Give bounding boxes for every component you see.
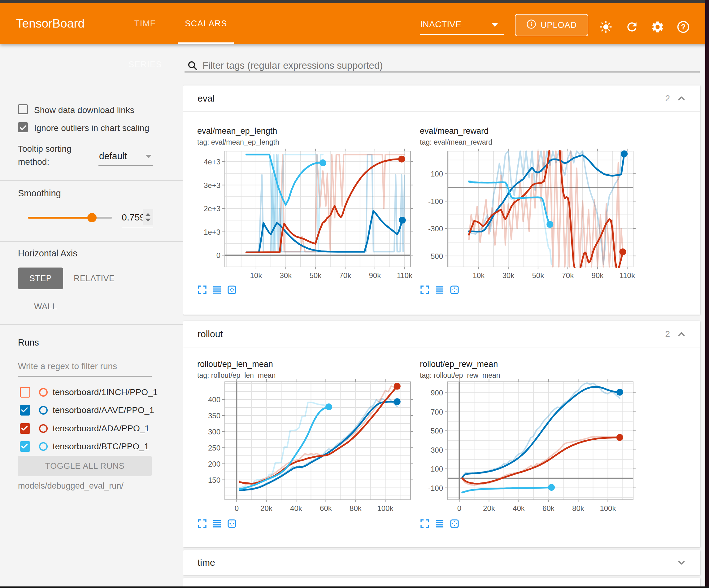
help-icon[interactable]: ? — [677, 20, 690, 34]
chart-plot[interactable]: 10k30k50k70k90k110k01e+32e+33e+34e+3 — [225, 151, 411, 267]
runs-menu-icon[interactable] — [212, 519, 222, 529]
svg-text:50k: 50k — [532, 271, 544, 280]
axis-relative-button[interactable]: RELATIVE — [74, 267, 115, 289]
run-row-1inch[interactable]: tensorboard/1INCH/PPO_1 — [0, 383, 183, 401]
tab-time-series[interactable]: TIME SERIES — [119, 3, 172, 44]
info-icon — [526, 19, 536, 31]
show-download-links-checkbox[interactable] — [18, 104, 28, 114]
chart-tag: tag: eval/mean_ep_length — [197, 138, 279, 147]
chart-plot[interactable]: 10k30k50k70k90k110k100-100-300-500 — [447, 151, 633, 267]
tab-scalars[interactable]: SCALARS — [182, 3, 230, 44]
svg-text:300: 300 — [208, 428, 220, 436]
section-chart-count: 2 — [665, 321, 670, 347]
run-checkbox[interactable] — [20, 405, 30, 415]
svg-text:10k: 10k — [250, 271, 262, 280]
brightness-icon[interactable] — [599, 20, 613, 34]
axis-wall-button[interactable]: WALL — [34, 297, 57, 316]
svg-text:40k: 40k — [513, 504, 525, 512]
status-underline — [420, 34, 504, 35]
section-header-eval[interactable]: eval 2 — [183, 85, 700, 111]
scalars-dashboard: Filter tags (regular expressions support… — [183, 44, 705, 587]
svg-text:40k: 40k — [290, 504, 303, 512]
section-title: eval — [198, 85, 215, 111]
svg-text:-300: -300 — [428, 225, 443, 233]
smoothing-value: 0.759 — [122, 212, 145, 222]
chart-plot[interactable]: 020k40k60k80k100k-100100300500700900 — [447, 382, 633, 500]
dropdown-underline — [99, 165, 153, 166]
svg-text:20k: 20k — [483, 504, 495, 512]
divider — [183, 347, 700, 348]
smoothing-value-field[interactable]: 0.759 — [122, 209, 153, 226]
svg-text:400: 400 — [208, 395, 220, 404]
settings-icon[interactable] — [651, 20, 664, 34]
fit-domain-icon[interactable] — [450, 519, 459, 529]
run-checkbox[interactable] — [20, 423, 30, 434]
svg-text:30k: 30k — [502, 271, 515, 280]
svg-text:2e+3: 2e+3 — [204, 204, 220, 213]
run-row-aave[interactable]: tensorboard/AAVE/PPO_1 — [0, 401, 183, 419]
run-name: tensorboard/BTC/PPO_1 — [53, 437, 149, 456]
chart-toolbar — [197, 519, 237, 529]
upload-button[interactable]: UPLOAD — [515, 14, 588, 36]
expand-chart-icon[interactable] — [197, 285, 207, 295]
divider — [0, 241, 183, 242]
runs-filter-input[interactable]: Write a regex to filter runs — [18, 357, 152, 375]
axis-step-button[interactable]: STEP — [18, 267, 63, 289]
runs-menu-icon[interactable] — [435, 519, 445, 529]
run-checkbox[interactable] — [20, 387, 30, 398]
section-title: time — [198, 550, 215, 575]
svg-text:10k: 10k — [472, 271, 485, 280]
status-label: INACTIVE — [420, 20, 461, 29]
horizontal-axis-label: Horizontal Axis — [18, 248, 77, 259]
tooltip-sorting-dropdown[interactable]: default — [99, 148, 153, 164]
status-dropdown[interactable]: INACTIVE — [420, 15, 504, 34]
chevron-up-icon[interactable] — [676, 329, 687, 339]
tooltip-sorting-value: default — [99, 151, 127, 161]
run-color-swatch — [39, 406, 48, 415]
runs-menu-icon[interactable] — [212, 285, 222, 295]
window-right-strip — [705, 0, 709, 588]
expand-chart-icon[interactable] — [420, 285, 430, 295]
window-bottom-strip — [0, 586, 709, 588]
fit-domain-icon[interactable] — [227, 519, 237, 529]
tooltip-sorting-label: Tooltip sorting method: — [18, 143, 102, 169]
ignore-outliers-checkbox[interactable] — [18, 122, 28, 132]
chart-title: eval/mean_ep_length — [197, 126, 277, 136]
svg-text:70k: 70k — [561, 271, 574, 280]
expand-chart-icon[interactable] — [420, 519, 430, 529]
smoothing-slider-track[interactable] — [28, 217, 92, 219]
upload-button-label: UPLOAD — [541, 21, 577, 30]
fit-domain-icon[interactable] — [450, 285, 459, 295]
chart-title: rollout/ep_rew_mean — [420, 359, 498, 369]
run-row-ada[interactable]: tensorboard/ADA/PPO_1 — [0, 419, 183, 437]
svg-text:80k: 80k — [572, 504, 584, 512]
svg-text:-500: -500 — [428, 252, 443, 260]
expand-chart-icon[interactable] — [197, 519, 207, 529]
app-title: TensorBoard — [16, 3, 84, 44]
svg-text:-100: -100 — [428, 484, 443, 492]
svg-text:20k: 20k — [260, 504, 273, 512]
chart-plot[interactable]: 020k40k60k80k100k150200250300350400 — [225, 382, 411, 500]
toggle-all-runs-button[interactable]: TOGGLE ALL RUNS — [18, 456, 152, 476]
svg-text:350: 350 — [208, 411, 220, 420]
section-card-eval: eval 2 eval/mean_ep_length tag: eval/mea… — [183, 85, 700, 314]
section-header-rollout[interactable]: rollout 2 — [183, 321, 700, 347]
refresh-icon[interactable] — [625, 20, 639, 34]
svg-text:60k: 60k — [320, 504, 332, 512]
chevron-down-icon[interactable] — [676, 557, 687, 568]
smoothing-slider-thumb[interactable] — [87, 213, 97, 222]
chart-tag: tag: rollout/ep_rew_mean — [420, 371, 500, 380]
runs-menu-icon[interactable] — [435, 285, 445, 295]
number-spinner[interactable] — [143, 209, 153, 225]
section-header-time[interactable]: time — [183, 550, 700, 575]
run-checkbox[interactable] — [20, 441, 30, 452]
svg-text:500: 500 — [431, 427, 443, 435]
chevron-down-icon — [146, 155, 152, 158]
svg-text:90k: 90k — [369, 271, 381, 280]
svg-text:150: 150 — [208, 476, 220, 484]
svg-text:0: 0 — [235, 504, 239, 512]
run-row-btc[interactable]: tensorboard/BTC/PPO_1 — [0, 437, 183, 456]
fit-domain-icon[interactable] — [227, 285, 237, 295]
chevron-up-icon[interactable] — [676, 93, 687, 104]
svg-text:100k: 100k — [377, 504, 394, 512]
